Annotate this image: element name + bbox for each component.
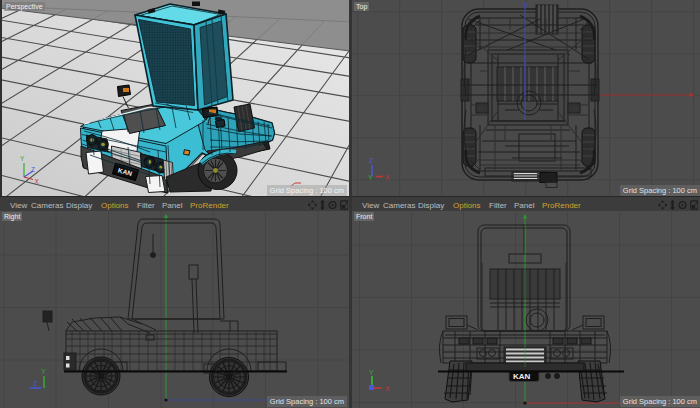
svg-text:X: X <box>35 178 40 185</box>
svg-text:Y: Y <box>20 155 25 162</box>
svg-text:X: X <box>385 174 390 181</box>
svg-text:Z: Z <box>31 166 35 173</box>
svg-text:KAN: KAN <box>513 372 531 381</box>
svg-text:Z: Z <box>33 380 38 387</box>
svg-text:X: X <box>385 385 390 392</box>
svg-text:Z: Z <box>369 157 374 164</box>
svg-text:Y: Y <box>41 368 46 375</box>
svg-text:Y: Y <box>368 174 373 181</box>
svg-text:Y: Y <box>369 369 374 376</box>
